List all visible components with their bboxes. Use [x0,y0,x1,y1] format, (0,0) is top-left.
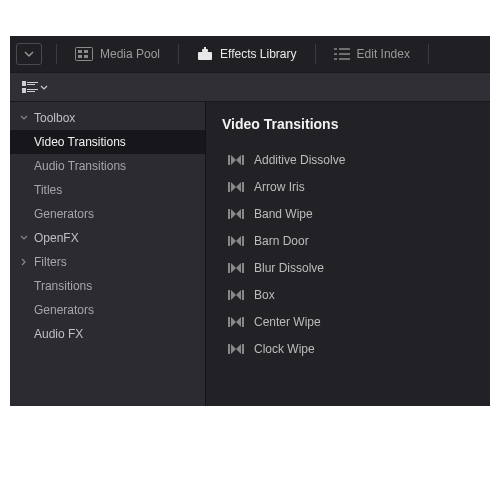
sidebar-item-toolbox[interactable]: Toolbox [10,106,205,130]
toolbar-divider [428,44,429,64]
sidebar-item-audio-transitions[interactable]: Audio Transitions [10,154,205,178]
effect-item-additive-dissolve[interactable]: Additive Dissolve [222,146,474,173]
effect-item-blur-dissolve[interactable]: Blur Dissolve [222,254,474,281]
toolbar-divider [178,44,179,64]
effects-library-label: Effects Library [220,47,296,61]
panel-title: Video Transitions [222,116,474,132]
effect-item-box[interactable]: Box [222,281,474,308]
effect-item-barn-door[interactable]: Barn Door [222,227,474,254]
chevron-down-icon [18,235,30,241]
effect-label: Additive Dissolve [254,153,345,167]
effect-item-arrow-iris[interactable]: Arrow Iris [222,173,474,200]
svg-rect-0 [76,48,93,61]
svg-rect-14 [22,81,26,86]
sidebar-item-label: Audio FX [34,327,83,341]
svg-rect-2 [84,50,88,53]
transition-icon [228,290,244,300]
transition-icon [228,263,244,273]
panel-collapse-button[interactable] [16,43,42,65]
media-pool-icon [75,47,93,61]
view-toolbar [10,72,490,102]
chevron-right-icon [18,258,30,266]
edit-index-label: Edit Index [357,47,410,61]
svg-rect-15 [27,82,38,83]
sidebar-item-label: Toolbox [34,111,75,125]
sidebar-item-label: Transitions [34,279,92,293]
svg-rect-4 [84,55,88,58]
sidebar-item-openfx-transitions[interactable]: Transitions [10,274,205,298]
chevron-down-icon [24,51,34,57]
transition-icon [228,344,244,354]
list-view-icon [22,81,38,93]
sidebar-item-openfx-generators[interactable]: Generators [10,298,205,322]
svg-rect-1 [78,50,82,53]
effect-item-band-wipe[interactable]: Band Wipe [222,200,474,227]
sidebar-item-titles[interactable]: Titles [10,178,205,202]
effect-item-clock-wipe[interactable]: Clock Wipe [222,335,474,362]
svg-rect-17 [22,88,26,93]
effect-label: Arrow Iris [254,180,305,194]
category-sidebar: Toolbox Video Transitions Audio Transiti… [10,102,206,406]
effect-item-center-wipe[interactable]: Center Wipe [222,308,474,335]
svg-rect-18 [27,89,38,90]
sidebar-item-label: Generators [34,207,94,221]
transition-icon [228,317,244,327]
effects-library-icon [197,47,213,61]
effect-label: Blur Dissolve [254,261,324,275]
sidebar-item-openfx[interactable]: OpenFX [10,226,205,250]
toolbar-divider [315,44,316,64]
sidebar-item-generators[interactable]: Generators [10,202,205,226]
edit-index-icon [334,48,350,60]
sidebar-item-label: Generators [34,303,94,317]
effect-label: Barn Door [254,234,309,248]
effects-library-window: Media Pool Effects Library Edit Index [10,36,490,406]
svg-rect-7 [204,47,206,50]
sidebar-item-label: OpenFX [34,231,79,245]
sidebar-item-label: Audio Transitions [34,159,126,173]
effect-label: Band Wipe [254,207,313,221]
effect-label: Clock Wipe [254,342,315,356]
chevron-down-icon [18,115,30,121]
view-mode-button[interactable] [18,79,52,95]
svg-rect-16 [27,84,35,85]
media-pool-tab[interactable]: Media Pool [63,41,172,67]
sidebar-item-label: Filters [34,255,67,269]
chevron-down-icon [40,85,48,90]
sidebar-item-audiofx[interactable]: Audio FX [10,322,205,346]
transition-icon [228,155,244,165]
transition-icon [228,209,244,219]
effect-label: Center Wipe [254,315,321,329]
sidebar-item-video-transitions[interactable]: Video Transitions [10,130,205,154]
sidebar-item-label: Video Transitions [34,135,126,149]
svg-rect-19 [27,91,35,92]
effects-library-tab[interactable]: Effects Library [185,41,308,67]
top-toolbar: Media Pool Effects Library Edit Index [10,36,490,72]
svg-rect-3 [78,55,82,58]
effects-list-panel: Video Transitions Additive Dissolve Arro… [206,102,490,406]
svg-rect-5 [198,52,212,60]
edit-index-tab[interactable]: Edit Index [322,41,422,67]
effect-label: Box [254,288,275,302]
toolbar-divider [56,44,57,64]
sidebar-item-filters[interactable]: Filters [10,250,205,274]
transition-icon [228,236,244,246]
transition-icon [228,182,244,192]
media-pool-label: Media Pool [100,47,160,61]
sidebar-item-label: Titles [34,183,62,197]
